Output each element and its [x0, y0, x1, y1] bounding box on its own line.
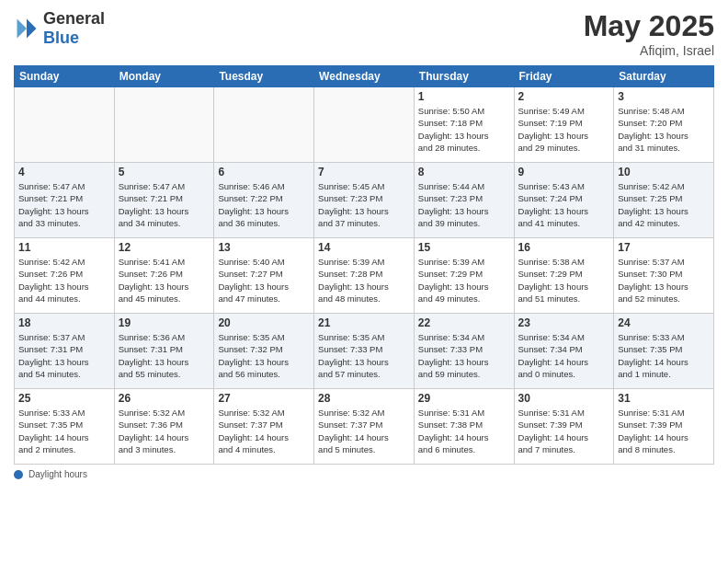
day-info: Sunrise: 5:50 AM Sunset: 7:18 PM Dayligh… — [418, 105, 510, 154]
day-number: 8 — [418, 166, 510, 178]
day-number: 28 — [318, 392, 410, 405]
day-of-week-header: Monday — [114, 66, 214, 87]
day-info: Sunrise: 5:37 AM Sunset: 7:30 PM Dayligh… — [618, 256, 710, 304]
day-info: Sunrise: 5:45 AM Sunset: 7:23 PM Dayligh… — [318, 180, 410, 229]
calendar-day-cell — [114, 87, 214, 163]
calendar-footer: Daylight hours — [14, 469, 714, 479]
day-info: Sunrise: 5:33 AM Sunset: 7:35 PM Dayligh… — [18, 407, 110, 455]
day-info: Sunrise: 5:36 AM Sunset: 7:31 PM Dayligh… — [119, 331, 210, 380]
day-number: 21 — [318, 316, 410, 329]
day-info: Sunrise: 5:40 AM Sunset: 7:27 PM Dayligh… — [218, 256, 310, 304]
day-number: 24 — [618, 316, 710, 329]
day-number: 23 — [518, 316, 610, 329]
calendar-day-cell: 16Sunrise: 5:38 AM Sunset: 7:29 PM Dayli… — [514, 238, 614, 314]
calendar-day-cell: 2Sunrise: 5:49 AM Sunset: 7:19 PM Daylig… — [514, 87, 614, 163]
page-header: General Blue May 2025 Afiqim, Israel — [14, 9, 714, 58]
day-info: Sunrise: 5:33 AM Sunset: 7:35 PM Dayligh… — [618, 331, 710, 380]
calendar-day-cell: 15Sunrise: 5:39 AM Sunset: 7:29 PM Dayli… — [414, 238, 514, 314]
day-number: 9 — [518, 166, 610, 178]
calendar-day-cell — [314, 87, 415, 163]
day-number: 20 — [218, 316, 310, 329]
day-info: Sunrise: 5:34 AM Sunset: 7:34 PM Dayligh… — [518, 331, 610, 380]
day-info: Sunrise: 5:32 AM Sunset: 7:37 PM Dayligh… — [318, 407, 410, 455]
calendar-day-cell: 1Sunrise: 5:50 AM Sunset: 7:18 PM Daylig… — [414, 87, 514, 163]
day-info: Sunrise: 5:43 AM Sunset: 7:24 PM Dayligh… — [518, 180, 610, 229]
day-number: 13 — [218, 241, 310, 254]
footer-label: Daylight hours — [28, 469, 87, 479]
day-number: 14 — [318, 241, 410, 254]
calendar-day-cell: 29Sunrise: 5:31 AM Sunset: 7:38 PM Dayli… — [414, 389, 514, 465]
calendar-day-cell: 21Sunrise: 5:35 AM Sunset: 7:33 PM Dayli… — [314, 314, 415, 389]
footer-dot-icon — [14, 470, 23, 479]
calendar-day-cell: 19Sunrise: 5:36 AM Sunset: 7:31 PM Dayli… — [114, 314, 214, 389]
calendar-week-row: 11Sunrise: 5:42 AM Sunset: 7:26 PM Dayli… — [15, 238, 714, 314]
day-info: Sunrise: 5:31 AM Sunset: 7:38 PM Dayligh… — [418, 407, 510, 455]
svg-marker-0 — [27, 18, 37, 38]
day-number: 30 — [518, 392, 610, 405]
calendar-day-cell: 13Sunrise: 5:40 AM Sunset: 7:27 PM Dayli… — [214, 238, 314, 314]
logo-icon — [14, 16, 40, 41]
calendar-day-cell: 9Sunrise: 5:43 AM Sunset: 7:24 PM Daylig… — [514, 163, 614, 238]
day-info: Sunrise: 5:35 AM Sunset: 7:32 PM Dayligh… — [218, 331, 310, 380]
day-number: 2 — [518, 90, 610, 103]
day-info: Sunrise: 5:48 AM Sunset: 7:20 PM Dayligh… — [618, 105, 710, 154]
day-info: Sunrise: 5:31 AM Sunset: 7:39 PM Dayligh… — [518, 407, 610, 455]
calendar-day-cell: 20Sunrise: 5:35 AM Sunset: 7:32 PM Dayli… — [214, 314, 314, 389]
calendar-day-cell: 10Sunrise: 5:42 AM Sunset: 7:25 PM Dayli… — [614, 163, 714, 238]
logo-text: General Blue — [43, 9, 105, 47]
calendar-day-cell: 5Sunrise: 5:47 AM Sunset: 7:21 PM Daylig… — [114, 163, 214, 238]
day-number: 12 — [119, 241, 210, 254]
day-of-week-header: Thursday — [414, 66, 514, 87]
day-number: 7 — [318, 166, 410, 178]
calendar-day-cell: 18Sunrise: 5:37 AM Sunset: 7:31 PM Dayli… — [15, 314, 115, 389]
title-block: May 2025 Afiqim, Israel — [584, 9, 714, 58]
day-of-week-header: Tuesday — [214, 66, 314, 87]
day-info: Sunrise: 5:38 AM Sunset: 7:29 PM Dayligh… — [518, 256, 610, 304]
calendar-day-cell: 26Sunrise: 5:32 AM Sunset: 7:36 PM Dayli… — [114, 389, 214, 465]
calendar-week-row: 1Sunrise: 5:50 AM Sunset: 7:18 PM Daylig… — [15, 87, 714, 163]
day-info: Sunrise: 5:31 AM Sunset: 7:39 PM Dayligh… — [618, 407, 710, 455]
day-number: 17 — [618, 241, 710, 254]
day-info: Sunrise: 5:37 AM Sunset: 7:31 PM Dayligh… — [18, 331, 110, 380]
calendar-day-cell: 22Sunrise: 5:34 AM Sunset: 7:33 PM Dayli… — [414, 314, 514, 389]
day-info: Sunrise: 5:39 AM Sunset: 7:29 PM Dayligh… — [418, 256, 510, 304]
day-info: Sunrise: 5:41 AM Sunset: 7:26 PM Dayligh… — [119, 256, 210, 304]
calendar-day-cell: 8Sunrise: 5:44 AM Sunset: 7:23 PM Daylig… — [414, 163, 514, 238]
calendar-day-cell — [15, 87, 115, 163]
title-month-year: May 2025 — [584, 9, 714, 43]
calendar-table: SundayMondayTuesdayWednesdayThursdayFrid… — [14, 65, 714, 465]
day-number: 5 — [119, 166, 210, 178]
day-number: 6 — [218, 166, 310, 178]
logo-general: General — [43, 9, 105, 29]
calendar-day-cell: 11Sunrise: 5:42 AM Sunset: 7:26 PM Dayli… — [15, 238, 115, 314]
logo: General Blue — [14, 9, 105, 47]
calendar-week-row: 4Sunrise: 5:47 AM Sunset: 7:21 PM Daylig… — [15, 163, 714, 238]
svg-marker-1 — [17, 18, 28, 38]
day-of-week-header: Friday — [514, 66, 614, 87]
calendar-day-cell: 30Sunrise: 5:31 AM Sunset: 7:39 PM Dayli… — [514, 389, 614, 465]
day-info: Sunrise: 5:34 AM Sunset: 7:33 PM Dayligh… — [418, 331, 510, 380]
calendar-day-cell: 31Sunrise: 5:31 AM Sunset: 7:39 PM Dayli… — [614, 389, 714, 465]
day-of-week-header: Wednesday — [314, 66, 415, 87]
day-of-week-header: Saturday — [614, 66, 714, 87]
calendar-day-cell: 17Sunrise: 5:37 AM Sunset: 7:30 PM Dayli… — [614, 238, 714, 314]
calendar-week-row: 18Sunrise: 5:37 AM Sunset: 7:31 PM Dayli… — [15, 314, 714, 389]
calendar-day-cell: 12Sunrise: 5:41 AM Sunset: 7:26 PM Dayli… — [114, 238, 214, 314]
title-location: Afiqim, Israel — [584, 43, 714, 58]
calendar-day-cell: 7Sunrise: 5:45 AM Sunset: 7:23 PM Daylig… — [314, 163, 415, 238]
day-number: 31 — [618, 392, 710, 405]
day-number: 3 — [618, 90, 710, 103]
day-number: 18 — [18, 316, 110, 329]
day-info: Sunrise: 5:44 AM Sunset: 7:23 PM Dayligh… — [418, 180, 510, 229]
day-info: Sunrise: 5:32 AM Sunset: 7:36 PM Dayligh… — [119, 407, 210, 455]
calendar-day-cell: 25Sunrise: 5:33 AM Sunset: 7:35 PM Dayli… — [15, 389, 115, 465]
day-info: Sunrise: 5:39 AM Sunset: 7:28 PM Dayligh… — [318, 256, 410, 304]
day-number: 1 — [418, 90, 510, 103]
day-number: 19 — [119, 316, 210, 329]
day-number: 25 — [18, 392, 110, 405]
day-info: Sunrise: 5:49 AM Sunset: 7:19 PM Dayligh… — [518, 105, 610, 154]
calendar-day-cell: 4Sunrise: 5:47 AM Sunset: 7:21 PM Daylig… — [15, 163, 115, 238]
day-info: Sunrise: 5:47 AM Sunset: 7:21 PM Dayligh… — [119, 180, 210, 229]
calendar-day-cell — [214, 87, 314, 163]
calendar-day-cell: 3Sunrise: 5:48 AM Sunset: 7:20 PM Daylig… — [614, 87, 714, 163]
